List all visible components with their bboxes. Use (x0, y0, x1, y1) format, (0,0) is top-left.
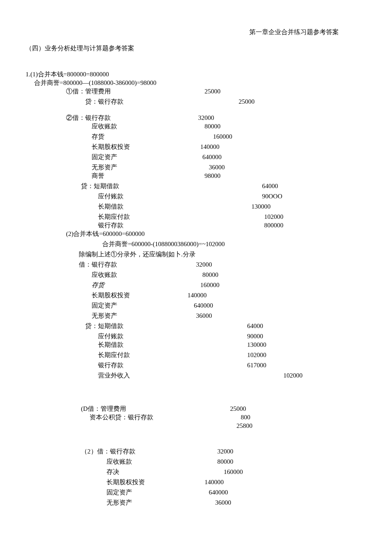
account-label: 应收账款 (26, 458, 132, 465)
account-label: 存货 (26, 133, 104, 140)
account-label: 固定资产 (26, 154, 117, 160)
debit-amount: 32000 (196, 260, 212, 269)
account-label: 长期借款 (26, 203, 124, 210)
entry-line: ②借：银行存款 32000 (26, 113, 362, 122)
text: 合并商誉=800000—(1088000-386000)=98000 (26, 79, 156, 86)
debit-amount: 80000 (205, 122, 221, 131)
debit-amount: 140000 (200, 142, 219, 151)
debit-amount: 32000 (217, 447, 233, 456)
debit-amount: 140000 (205, 478, 224, 486)
account-label: 长期股权投资 (26, 143, 130, 150)
debit-amount: 98000 (205, 171, 221, 180)
entry-line: 长期应付款 102000 (26, 351, 362, 359)
entry-line: 营业外收入 102000 (26, 371, 362, 380)
account-label: 长期借款 (26, 341, 124, 348)
entry-line: 贷：短期借款 64000 (26, 322, 362, 330)
debit-amount: 25000 (230, 404, 246, 413)
credit-amount: 130000 (247, 340, 266, 349)
entry-line: 资本公积贷：银行存款 800 (26, 413, 362, 421)
account-label: 固定资产 (26, 302, 117, 309)
debit-amount: 160000 (200, 281, 219, 289)
debit-amount: 36000 (209, 163, 225, 171)
account-label: 无形资产 (26, 164, 117, 171)
entry-line: ①借：管理费用 25000 (26, 87, 362, 96)
debit-amount: 80000 (217, 457, 233, 466)
account-label: 资本公积贷：银行存款 (26, 414, 153, 421)
entry-line: 长期借款 130000 (26, 340, 362, 349)
account-label: 应付账款 (26, 333, 124, 340)
entry-line: 无形资产 36000 (26, 163, 362, 171)
account-label: （2）借：银行存款 (26, 448, 135, 455)
credit-amount: 102000 (283, 371, 303, 380)
account-label: 固定资产 (26, 489, 132, 496)
account-label: 存决 (26, 468, 119, 475)
account-label: 无形资产 (26, 499, 132, 506)
credit-amount: 90OOO (262, 192, 282, 200)
entry-line: 存决 160000 (26, 468, 362, 476)
account-label: ①借：管理费用 (26, 88, 111, 95)
entry-line: 应付账款 90000 (26, 332, 362, 340)
text-line: 合并商誉=600000-(1088000386000)=~102000 (26, 240, 362, 248)
entry-line: 固定资产 640000 (26, 153, 362, 161)
account-label: 贷：短期借款 (26, 323, 124, 329)
entry-line: 25800 (26, 421, 362, 430)
debit-amount: 640000 (194, 301, 213, 310)
entry-line: 长期股权投资 140000 (26, 142, 362, 151)
account-label: 长期应付款 (26, 213, 130, 220)
account-label: 贷：短期借款 (26, 183, 119, 189)
credit-amount: 64000 (262, 182, 278, 190)
text: (2)合并本钱=600000=600000 (26, 230, 144, 237)
account-label: 长期股权投资 (26, 479, 145, 485)
entry-line: 无形资产 36000 (26, 498, 362, 507)
entry-line: 无形资产 36000 (26, 311, 362, 320)
entry-line: 应收账款 80000 (26, 122, 362, 131)
debit-amount: 80000 (202, 270, 219, 279)
entry-line: 商誉 98000 (26, 171, 362, 180)
credit-amount: 130000 (251, 202, 271, 211)
credit-amount: 25000 (239, 97, 255, 106)
account-label: 长期股权投资 (26, 292, 130, 299)
credit-amount: 102000 (264, 212, 283, 221)
text-line: (2)合并本钱=600000=600000 (26, 230, 362, 238)
text-line: 除编制上述①分录外，还应编制如卜.分录 (26, 250, 362, 259)
account-label: 营业外收入 (26, 372, 130, 379)
credit-amount: 102000 (247, 351, 266, 359)
section-title: （四）业务分析处理与计算题参考答案 (26, 44, 362, 52)
debit-amount: 32000 (198, 113, 214, 122)
entry-line: 应收账款 80000 (26, 270, 362, 279)
credit-amount: 90000 (247, 332, 263, 340)
entry-line: 长期借款 130000 (26, 202, 362, 211)
entry-line: （2）借：银行存款 32000 (26, 447, 362, 456)
entry-line: 存货 160000 (26, 132, 362, 141)
account-label: 银行存款 (26, 362, 124, 369)
entry-line: 贷：银行存款 25000 (26, 97, 362, 106)
account-label: 无形资产 (26, 312, 117, 319)
entry-line: 借：银行存款 32000 (26, 260, 362, 269)
account-label: 应收账款 (26, 123, 117, 130)
text: 合并商誉=600000-(1088000386000)=~102000 (26, 241, 225, 247)
text: 除编制上述①分录外，还应编制如卜.分录 (26, 251, 196, 258)
account-label: 银行存款 (26, 222, 124, 229)
account-label: 商誉 (26, 172, 104, 179)
entry-line: 存货 160000 (26, 281, 362, 289)
account-label: 借：银行存款 (26, 261, 117, 268)
credit-amount: 64000 (247, 322, 263, 330)
debit-amount: 800 (241, 413, 251, 421)
entry-line: 固定资产 640000 (26, 488, 362, 497)
account-label: 应收账款 (26, 271, 117, 278)
account-label: ②借：银行存款 (26, 114, 111, 121)
text-line: 1.(1)合并本钱=800000=800000 (26, 70, 362, 78)
debit-amount: 140000 (187, 291, 207, 299)
debit-amount: 640000 (209, 488, 228, 497)
debit-amount: 36000 (196, 311, 212, 320)
entry-line: 长期股权投资 140000 (26, 291, 362, 299)
credit-amount: 25800 (236, 421, 253, 430)
account-label: 应付账款 (26, 193, 124, 200)
credit-amount: 617000 (247, 361, 266, 369)
debit-amount: 160000 (213, 132, 232, 141)
entry-line: 应付账款 90OOO (26, 192, 362, 200)
account-label: 贷：银行存款 (26, 98, 124, 105)
account-label: (D借：管理费用 (26, 405, 126, 412)
debit-amount: 640000 (202, 153, 222, 161)
account-label: 存货 (26, 282, 104, 288)
